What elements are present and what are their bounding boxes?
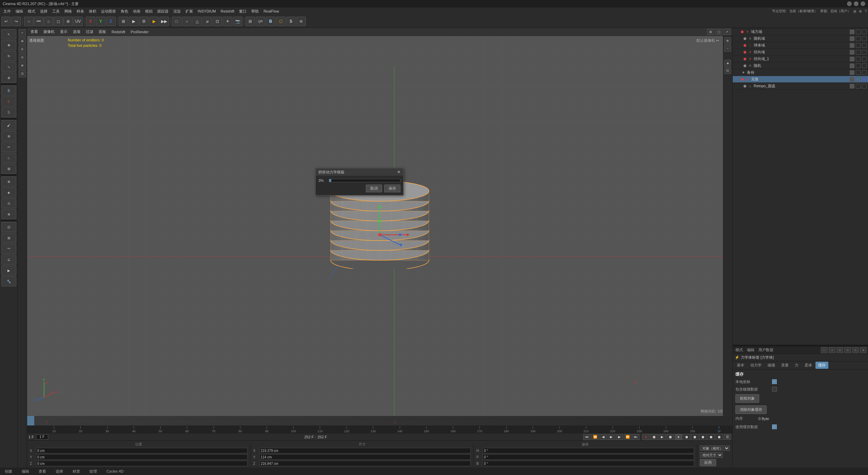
- viewport-menu-prorender[interactable]: ProRender: [129, 29, 150, 35]
- rd-vis1[interactable]: [850, 36, 854, 41]
- menu-render[interactable]: 渲染: [171, 8, 183, 15]
- sd-vis3[interactable]: [862, 43, 867, 48]
- tool-s3[interactable]: S: [1, 107, 16, 117]
- tool-knife[interactable]: ✂: [1, 142, 16, 152]
- px-value[interactable]: 0 cm: [36, 448, 248, 453]
- prop-ctrl-1[interactable]: ○: [836, 347, 843, 353]
- prop-tab-force[interactable]: 力: [792, 362, 801, 369]
- transport-play-fwd[interactable]: ▶: [616, 434, 623, 440]
- render-all-btn[interactable]: ▶▶: [159, 17, 169, 26]
- radial1-vis1[interactable]: [850, 57, 854, 61]
- tool-transform[interactable]: ⊕: [1, 73, 16, 83]
- apply-btn[interactable]: 应用: [700, 459, 716, 466]
- viewport-canvas[interactable]: 透视视图 Number of emitters: 0 Total live pa…: [27, 36, 732, 416]
- radial1-vis3[interactable]: [862, 57, 867, 61]
- ltool2-4[interactable]: ⊙: [19, 54, 26, 61]
- py-value[interactable]: 0 cm: [36, 454, 248, 460]
- pz-value[interactable]: 0 cm: [36, 461, 248, 466]
- progress-close-btn[interactable]: ✕: [397, 170, 400, 174]
- viewport-menu-camera[interactable]: 摄像机: [42, 28, 56, 35]
- tool-select[interactable]: ↖: [1, 29, 16, 39]
- retopo-vis1[interactable]: [850, 84, 854, 89]
- tool-spline[interactable]: 〜: [1, 244, 16, 254]
- menu-mograph[interactable]: 运动图形: [99, 8, 118, 15]
- render-btn[interactable]: ▶: [149, 17, 159, 26]
- radial1-vis2[interactable]: [856, 57, 861, 61]
- prop-ctrl-up[interactable]: ↑: [829, 347, 835, 353]
- viewport-menu-redshift[interactable]: Redshift: [110, 29, 126, 35]
- rd-vis3[interactable]: [862, 36, 867, 41]
- record-stop[interactable]: ◼: [650, 434, 658, 440]
- random-vis2[interactable]: [856, 63, 861, 68]
- menu-mesh[interactable]: 网格: [62, 8, 74, 15]
- menu-redshift[interactable]: Redshift: [219, 8, 236, 14]
- tool-lasso[interactable]: ⊆: [1, 254, 16, 265]
- ltool2-2[interactable]: ⊕: [19, 37, 26, 45]
- menu-animate[interactable]: 动画: [131, 8, 142, 15]
- tool-extra3[interactable]: ⊕: [1, 209, 16, 219]
- logo-btn[interactable]: ⬡: [276, 17, 285, 26]
- viewport-menu-options[interactable]: 选项: [72, 28, 82, 35]
- menu-tools[interactable]: 工具: [50, 8, 62, 15]
- bottom-tab-view[interactable]: 查看: [37, 468, 48, 475]
- sy-value[interactable]: 114 cm: [259, 454, 471, 460]
- qr-btn[interactable]: QR: [256, 17, 265, 26]
- menu-realflow[interactable]: RealFlow: [261, 8, 281, 14]
- include-collision-checkbox[interactable]: [772, 387, 777, 392]
- tool-points[interactable]: ⊡: [1, 222, 16, 232]
- tool-sculpt[interactable]: ⊛: [1, 131, 16, 141]
- tool-anim[interactable]: ▶: [1, 265, 16, 276]
- minimize-btn[interactable]: [847, 1, 852, 6]
- transport-prev-frame[interactable]: ◀: [599, 434, 607, 440]
- tool-wrench[interactable]: 🔧: [1, 276, 16, 286]
- transport-btn-9[interactable]: ◼: [691, 434, 698, 440]
- z-axis-btn[interactable]: Z: [106, 17, 116, 26]
- bottom-tab-edit[interactable]: 编辑: [20, 468, 31, 475]
- record-btn[interactable]: ●: [642, 434, 650, 440]
- extra-btn[interactable]: ≋: [296, 17, 306, 26]
- transport-play[interactable]: ▶: [608, 434, 615, 440]
- render-settings-btn[interactable]: ⚙: [139, 17, 149, 26]
- domain-vis1[interactable]: [850, 30, 854, 34]
- radial-vis1[interactable]: [850, 50, 854, 55]
- menu-volume[interactable]: 体积: [87, 8, 98, 15]
- object-item-radial-domain-1[interactable]: ⊕ 径向域_1: [733, 56, 868, 62]
- sx-value[interactable]: 219.279 cm: [259, 448, 471, 453]
- transport-btn-10[interactable]: ◼: [699, 434, 707, 440]
- tool-scale[interactable]: ⤡: [1, 62, 16, 72]
- close-btn[interactable]: [861, 1, 865, 6]
- use-cache-checkbox[interactable]: ✓: [772, 424, 777, 429]
- backup-vis3[interactable]: [862, 70, 867, 75]
- maximize-btn[interactable]: [854, 1, 859, 6]
- h-value[interactable]: 0 °: [482, 448, 694, 453]
- ltool2-6[interactable]: ⊡: [19, 70, 26, 77]
- cube-btn[interactable]: □: [172, 17, 181, 26]
- plane-btn[interactable]: ⊡: [213, 17, 222, 26]
- rd-vis2[interactable]: [856, 36, 861, 41]
- menu-tracker[interactable]: 跟踪器: [155, 8, 171, 15]
- sphere-btn[interactable]: ○: [182, 17, 192, 26]
- object-item-sphere-domain[interactable]: ○ 球体域: [733, 42, 868, 49]
- object-item-radial-domain[interactable]: ⊕ 径向域: [733, 49, 868, 56]
- prop-ctrl-back[interactable]: ←: [821, 347, 828, 353]
- transport-next-frame[interactable]: ⏩: [624, 434, 631, 440]
- viewport-ctrl-2[interactable]: ▢: [715, 29, 722, 35]
- menu-select[interactable]: 选择: [38, 8, 50, 15]
- tool-extrude[interactable]: ⊞: [1, 164, 16, 174]
- bottom-tab-cycles[interactable]: Cycles 4D: [104, 469, 125, 474]
- domain-vis3[interactable]: [862, 30, 867, 34]
- mode-select[interactable]: 对象（相对）: [700, 445, 730, 451]
- prop-ctrl-3[interactable]: ○: [852, 347, 859, 353]
- redo-btn[interactable]: ↪: [12, 17, 21, 26]
- cone-btn[interactable]: △: [192, 17, 202, 26]
- light-btn[interactable]: ☀: [223, 17, 232, 26]
- save-btn[interactable]: 保存: [384, 185, 400, 192]
- clone-vis2[interactable]: [856, 77, 861, 82]
- sculpt-mode-btn[interactable]: ⊕: [63, 17, 73, 26]
- b-btn[interactable]: B: [266, 17, 275, 26]
- transport-prev-key[interactable]: ⏪: [591, 434, 599, 440]
- object-mode-btn[interactable]: ○: [24, 17, 34, 26]
- ltool2-3[interactable]: S: [19, 45, 26, 53]
- random-vis3[interactable]: [862, 63, 867, 68]
- p-value[interactable]: 0 °: [482, 454, 694, 460]
